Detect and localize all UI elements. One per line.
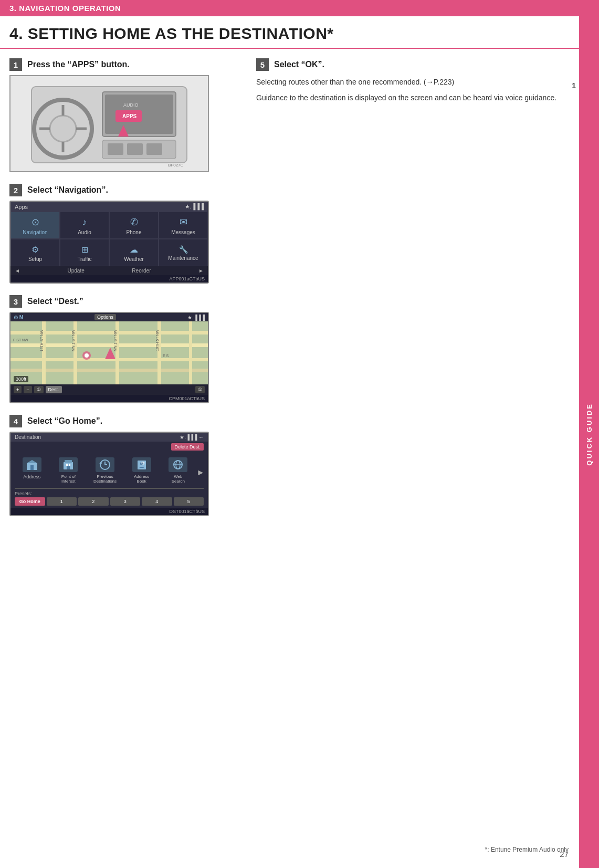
svg-text:MN 1 ST NW: MN 1 ST NW: [71, 330, 75, 351]
navigation-label: Navigation: [23, 229, 47, 235]
dest-delete-row: Delete Dest.: [10, 442, 208, 452]
dest-preset-3[interactable]: 3: [110, 497, 141, 506]
dest-presets-label: Presets:: [15, 491, 204, 496]
nav-map-area: 15TH ST NW MN 1 ST NW MN 1 ST NW 10TH 5T…: [10, 321, 208, 384]
navigation-icon: ⊙: [31, 216, 39, 228]
apps-title: Apps: [15, 204, 28, 210]
step-2-number: 2: [9, 184, 22, 196]
page-number: 27: [560, 850, 569, 859]
setup-icon: ⚙: [31, 245, 39, 255]
svg-rect-28: [189, 321, 192, 384]
nav-options-btn[interactable]: Options: [94, 314, 116, 320]
nav-zoom-out[interactable]: −: [24, 386, 31, 393]
svg-text:10TH 5T NW: 10TH 5T NW: [155, 330, 159, 351]
dest-address[interactable]: Address: [14, 455, 50, 486]
maintenance-icon: 🔧: [179, 245, 188, 254]
apps-next-btn[interactable]: ►: [198, 268, 204, 274]
apps-reorder-btn[interactable]: Reorder: [132, 268, 151, 274]
phone-label: Phone: [127, 229, 142, 235]
svg-rect-23: [10, 369, 208, 372]
phone-icon: ✆: [130, 216, 138, 228]
dest-preset-1[interactable]: 1: [47, 497, 77, 506]
apps-setup[interactable]: ⚙ Setup: [10, 239, 60, 266]
dest-poi[interactable]: Point ofInterest: [50, 455, 87, 486]
nav-zoom-in[interactable]: +: [14, 386, 22, 393]
step-2-label: Select “Navigation”.: [27, 185, 108, 195]
address-label: Address: [23, 474, 40, 479]
previous-icon: [96, 457, 114, 472]
step-3-label: Select “Dest.”: [27, 297, 83, 306]
apps-maintenance[interactable]: 🔧 Maintenance: [159, 239, 208, 266]
traffic-icon: ⊞: [81, 245, 88, 255]
nav-bottombar: + − ① Dest. ①: [10, 384, 208, 395]
dest-divider: [15, 488, 204, 489]
apps-image-code: APP001aCTbUS: [10, 275, 208, 283]
apps-bottom-bar: ◄ Update Reorder ►: [10, 266, 208, 275]
dest-preset-5[interactable]: 5: [174, 497, 204, 506]
web-search-label: WebSearch: [172, 474, 185, 484]
nav-info-btn[interactable]: ①: [34, 386, 44, 393]
apps-navigation[interactable]: ⊙ Navigation: [10, 212, 60, 239]
address-icon: [23, 457, 41, 472]
nav-signal: ★.▐▐▐: [187, 315, 205, 320]
messages-label: Messages: [171, 229, 195, 235]
apps-prev-btn[interactable]: ◄: [15, 268, 20, 274]
page-title: 4. SETTING HOME AS THE DESTINATION*: [0, 16, 599, 49]
svg-text:F ST NW: F ST NW: [13, 338, 28, 342]
step-5-body: Selecting routes other than the one reco…: [256, 76, 590, 104]
apps-update-btn[interactable]: Update: [68, 268, 85, 274]
svg-rect-42: [65, 460, 72, 463]
messages-icon: ✉: [180, 216, 187, 228]
section-header: 3. NAVIGATION OPERATION: [0, 0, 599, 16]
footer-note: *: Entune Premium Audio only: [485, 846, 569, 853]
weather-label: Weather: [124, 256, 144, 262]
apps-messages[interactable]: ✉ Messages: [159, 212, 208, 239]
apps-screen: Apps ★.▐▐▐ ⊙ Navigation ♪ Audio ✆: [9, 201, 209, 284]
dest-signal: ★.▐▐▐ ←: [180, 434, 204, 440]
dest-preset-4[interactable]: 4: [142, 497, 172, 506]
svg-text:APPS: APPS: [122, 113, 137, 119]
setup-label: Setup: [28, 256, 42, 262]
dest-go-home-btn[interactable]: Go Home: [15, 497, 45, 506]
apps-weather[interactable]: ☁ Weather: [109, 239, 159, 266]
step-1-block: 1 Press the “APPS” button.: [9, 58, 240, 172]
audio-label: Audio: [78, 229, 91, 235]
nav-info2-btn[interactable]: ①: [195, 386, 205, 393]
right-sidebar: QUICK GUIDE: [579, 0, 599, 868]
apps-traffic[interactable]: ⊞ Traffic: [60, 239, 109, 266]
svg-rect-15: [108, 143, 123, 155]
dest-more-btn[interactable]: ►: [196, 455, 205, 486]
dest-address-book[interactable]: @ AddressBook: [123, 455, 160, 486]
apps-audio[interactable]: ♪ Audio: [60, 212, 109, 239]
weather-icon: ☁: [130, 245, 138, 255]
address-book-label: AddressBook: [134, 474, 149, 484]
apps-grid: ⊙ Navigation ♪ Audio ✆ Phone ✉ Messages: [10, 212, 208, 266]
svg-text:AUDIO: AUDIO: [123, 102, 139, 108]
dest-delete-btn[interactable]: Delete Dest.: [171, 443, 204, 451]
dest-web-search[interactable]: WebSearch: [160, 455, 197, 486]
nav-topbar: ⊙ N Options ★.▐▐▐: [10, 313, 208, 321]
map-distance: 300ft: [14, 376, 28, 382]
dest-preset-2[interactable]: 2: [78, 497, 109, 506]
right-column: 5 Select “OK”. Selecting routes other th…: [240, 58, 590, 528]
step-5-number: 5: [256, 58, 269, 71]
svg-point-37: [85, 353, 89, 358]
maintenance-label: Maintenance: [168, 255, 198, 261]
nav-dest-btn[interactable]: Dest.: [46, 386, 62, 393]
svg-text:MN 1 ST NW: MN 1 ST NW: [113, 330, 117, 351]
svg-text:15TH ST NW: 15TH ST NW: [40, 330, 44, 352]
svg-rect-43: [66, 464, 68, 466]
step-1-label: Press the “APPS” button.: [27, 60, 130, 69]
step-5-text1: Selecting routes other than the one reco…: [256, 76, 590, 88]
apps-phone[interactable]: ✆ Phone: [109, 212, 159, 239]
left-column: 1 Press the “APPS” button.: [9, 58, 240, 528]
section-title: 3. NAVIGATION OPERATION: [9, 4, 121, 13]
svg-rect-40: [30, 465, 34, 470]
step-5-block: 5 Select “OK”. Selecting routes other th…: [256, 58, 590, 104]
dest-icons-row: Address Point ofInterest Pre: [10, 452, 208, 488]
address-book-icon: @: [132, 457, 151, 472]
dest-topbar: Destination ★.▐▐▐ ←: [10, 433, 208, 442]
traffic-label: Traffic: [77, 256, 91, 262]
dest-previous[interactable]: PreviousDestinations: [87, 455, 123, 486]
dest-title: Destination: [15, 434, 41, 440]
